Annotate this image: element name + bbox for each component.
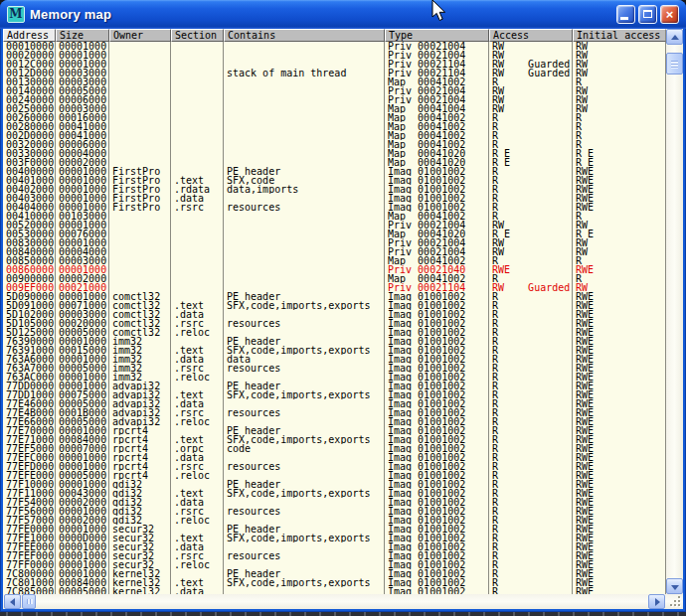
table-cell: SFX,code (224, 176, 385, 185)
table-row[interactable]: 0040000000001000FirstProPE headerImag 01… (3, 167, 666, 176)
table-row[interactable]: 77F5700000002000gdi32.relocImag 01001002… (3, 516, 666, 525)
table-cell: R (489, 328, 573, 337)
table-row[interactable]: 0025000000003000Map 00041004RWRW (3, 104, 666, 113)
horizontal-scrollbar[interactable] (3, 594, 683, 609)
table-row[interactable]: 77EFC00000001000rpcrt4.dataImag 01001002… (3, 453, 666, 462)
table-row[interactable]: 0052000000001000Priv 00021004RWRW (3, 221, 666, 230)
close-button[interactable]: × (660, 5, 679, 24)
table-row[interactable]: 7639000000001000imm32PE headerImag 01001… (3, 337, 666, 346)
table-cell: 00004000 (56, 149, 109, 158)
table-row[interactable]: 763A600000001000imm32.datadataImag 01001… (3, 355, 666, 364)
table-row[interactable]: 0041000000103000Map 00041002RR (3, 212, 666, 221)
table-row[interactable]: 5D09000000001000comctl32PE headerImag 01… (3, 292, 666, 301)
table-row[interactable]: 77EFD00000001000rpcrt4.rsrcresourcesImag… (3, 462, 666, 471)
table-row[interactable]: 77DD000000001000advapi32PE headerImag 01… (3, 382, 666, 390)
table-row[interactable]: 0012C00000001000Priv 00021104RW GuardedR… (3, 60, 666, 69)
table-cell: RWE (573, 578, 666, 587)
table-row[interactable]: 0083000000001000Priv 00021004RWRW (3, 238, 666, 247)
table-row[interactable]: 0040200000001000FirstPro.rdatadata,impor… (3, 185, 666, 194)
table-cell: RW Guarded (489, 69, 573, 77)
table-row[interactable]: 0028000000041000Map 00041002RR (3, 122, 666, 131)
minimize-button[interactable] (616, 5, 635, 24)
scroll-left-button[interactable] (4, 594, 21, 609)
table-row[interactable]: 77E4600000005000advapi32.dataImag 010010… (3, 399, 666, 408)
titlebar[interactable]: M Memory map × (0, 0, 686, 29)
table-row[interactable]: 0040400000001000FirstPro.rsrcresourcesIm… (3, 203, 666, 212)
column-header-initial-access[interactable]: Initial access (573, 29, 666, 42)
maximize-button[interactable] (638, 5, 657, 24)
table-row[interactable]: 003F000000002000Map 00041020R ER E (3, 158, 666, 167)
table-cell: RWE (573, 382, 666, 390)
table-cell: Map 00041002 (385, 274, 489, 283)
table-row[interactable]: 77E4B0000001B000advapi32.rsrcresourcesIm… (3, 408, 666, 417)
scroll-down-button[interactable] (666, 578, 683, 594)
table-row[interactable]: 002D000000041000Map 00041002RR (3, 131, 666, 140)
column-header-address[interactable]: Address (3, 29, 56, 42)
table-row[interactable]: 77E7100000084000rpcrt4.textSFX,code,impo… (3, 435, 666, 444)
table-row[interactable]: 763A700000005000imm32.rsrcresourcesImag … (3, 364, 666, 373)
table-row[interactable]: 77FF000000001000secur32.relocImag 010010… (3, 560, 666, 569)
table-cell: R (489, 426, 573, 435)
resize-grip[interactable] (666, 594, 683, 609)
table-row[interactable]: 77EFE00000005000rpcrt4.relocImag 0100100… (3, 471, 666, 480)
column-header-section[interactable]: Section (171, 29, 224, 42)
table-row[interactable]: 7C80000000001000kernel32PE headerImag 01… (3, 569, 666, 578)
table-cell: R (489, 390, 573, 399)
table-row[interactable]: 7639100000015000imm32.textSFX,code,impor… (3, 346, 666, 355)
table-row[interactable]: 0014000000005000Priv 00021004RWRW (3, 86, 666, 95)
table-row[interactable]: 0024000000006000Priv 00021004RWRW (3, 95, 666, 104)
column-header-type[interactable]: Type (385, 29, 489, 42)
table-row[interactable]: 77F5400000002000gdi32.dataImag 01001002R… (3, 498, 666, 507)
table-cell: 00001000 (56, 221, 109, 230)
table-row[interactable]: 0086000000001000Priv 00021040RWERWE (3, 265, 666, 274)
table-row[interactable]: 0032000000006000Map 00041002RR (3, 140, 666, 149)
table-row[interactable]: 5D10200000003000comctl32.dataImag 010010… (3, 310, 666, 319)
table-row[interactable]: 0001000000001000Priv 00021004RWRW (3, 42, 666, 51)
table-row[interactable]: 009EF00000021000Priv 00021104RW GuardedR… (3, 283, 666, 292)
vscroll-thumb[interactable] (666, 53, 683, 75)
table-cell: Imag 01001002 (385, 301, 489, 310)
table-row[interactable]: 5D12500000005000comctl32.relocImag 01001… (3, 328, 666, 337)
table-row[interactable]: 0085000000003000Map 00041002RR (3, 256, 666, 265)
table-row[interactable]: 77F1100000043000gdi32.textSFX,code,impor… (3, 489, 666, 498)
table-row[interactable]: 77F5600000001000gdi32.rsrcresourcesImag … (3, 507, 666, 516)
table-cell: FirstPro (109, 185, 171, 194)
column-header-contains[interactable]: Contains (224, 29, 385, 42)
table-row[interactable]: 77E7000000001000rpcrt4PE headerImag 0100… (3, 426, 666, 435)
vertical-scrollbar[interactable] (666, 29, 683, 594)
scroll-right-button[interactable] (648, 594, 665, 609)
hscroll-thumb[interactable] (22, 594, 36, 609)
table-row[interactable]: 0053000000076000Map 00041020R ER E (3, 230, 666, 238)
table-row[interactable]: 763AC00000001000imm32.relocImag 01001002… (3, 373, 666, 382)
column-header-size[interactable]: Size (56, 29, 109, 42)
table-row[interactable]: 77E6600000005000advapi32.relocImag 01001… (3, 417, 666, 426)
table-cell: resources (224, 364, 385, 373)
scroll-up-button[interactable] (666, 29, 683, 45)
table-row[interactable]: 5D10500000020000comctl32.rsrcresourcesIm… (3, 319, 666, 328)
column-header-access[interactable]: Access (489, 29, 573, 42)
table-cell: .rsrc (171, 551, 224, 560)
table-cell: 00003000 (56, 104, 109, 113)
app-icon[interactable]: M (7, 6, 25, 23)
table-row[interactable]: 77FE000000001000secur32PE headerImag 010… (3, 525, 666, 534)
table-row[interactable]: 0033000000004000Map 00041020R ER E (3, 149, 666, 158)
table-row[interactable]: 77FE10000000D000secur32.textSFX,code,imp… (3, 534, 666, 542)
table-row[interactable]: 0040100000001000FirstPro.textSFX,codeIma… (3, 176, 666, 185)
table-row[interactable]: 0026000000016000Map 00041002RR (3, 113, 666, 122)
table-row[interactable]: 77F1000000001000gdi32PE headerImag 01001… (3, 480, 666, 489)
table-row[interactable]: 0090000000002000Map 00041002RR (3, 274, 666, 283)
table-row[interactable]: 77FEF00000001000secur32.rsrcresourcesIma… (3, 551, 666, 560)
column-header-owner[interactable]: Owner (109, 29, 171, 42)
table-row[interactable]: 0013000000003000Map 00041002RR (3, 77, 666, 86)
table-cell: 00001000 (56, 569, 109, 578)
table-row[interactable]: 77DD100000075000advapi32.textSFX,code,im… (3, 390, 666, 399)
table-row[interactable]: 0040300000001000FirstPro.dataImag 010010… (3, 194, 666, 203)
table-row[interactable]: 0002000000001000Priv 00021004RWRW (3, 51, 666, 60)
table-row[interactable]: 0084000000004000Priv 00021004RWRW (3, 247, 666, 256)
table-row[interactable]: 7C80100000084000kernel32.textSFX,code,im… (3, 578, 666, 587)
table-row[interactable]: 0012D00000003000stack of main threadPriv… (3, 69, 666, 77)
table-row[interactable]: 77EF500000007000rpcrt4.orpccodeImag 0100… (3, 444, 666, 453)
table-row[interactable]: 77FEE00000001000secur32.dataImag 0100100… (3, 542, 666, 551)
table-row[interactable]: 5D09100000071000comctl32.textSFX,code,im… (3, 301, 666, 310)
table-row[interactable]: 7C88500000005000kernel32.dataImag 010010… (3, 587, 666, 594)
